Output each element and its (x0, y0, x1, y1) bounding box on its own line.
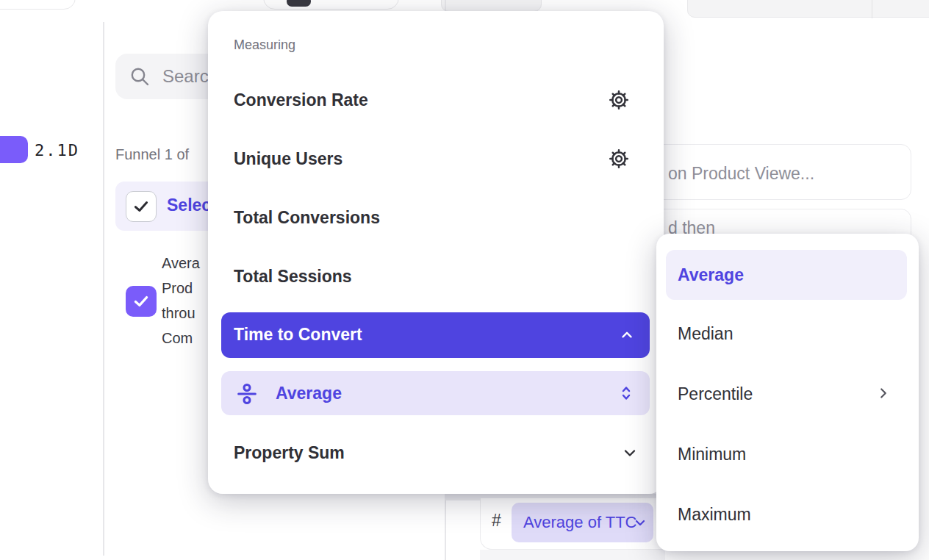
top-toolbar-fragment (263, 0, 399, 10)
numeric-type-symbol: # (492, 511, 501, 531)
top-tab-fragment (441, 0, 542, 12)
sort-chevrons-icon (617, 384, 635, 403)
toolbar-control-fragment (287, 0, 311, 7)
submenu-average-label: Average (678, 265, 744, 285)
submenu-item-percentile[interactable]: Percentile (678, 384, 753, 404)
tab-divider (872, 0, 872, 18)
top-right-tabs-fragment (687, 0, 929, 18)
menu-item-total-conversions[interactable]: Total Conversions (234, 207, 380, 228)
submenu-item-maximum[interactable]: Maximum (678, 504, 751, 525)
step-event-label: on Product Viewe... (668, 164, 814, 184)
checkmark-icon (132, 292, 151, 311)
menu-item-property-sum[interactable]: Property Sum (234, 442, 345, 463)
funnel-duration-bar (0, 136, 28, 163)
funnel-count-label: Funnel 1 of (115, 146, 189, 163)
metric-bar-footer-strip (480, 550, 665, 560)
app-canvas: 2.1D Funnel 1 of Selec Avera Prod throu … (0, 0, 929, 560)
measuring-dropdown: Measuring Conversion Rate Unique Users T… (208, 11, 664, 494)
submenu-item-minimum[interactable]: Minimum (678, 444, 746, 464)
average-aggregation-label: Average (276, 383, 342, 403)
selected-funnel-label: Selec (167, 195, 211, 215)
metric-description-line: Avera (162, 251, 200, 276)
aggregation-submenu: Average Median Percentile Minimum Maximu… (656, 234, 919, 551)
time-to-convert-label: Time to Convert (234, 325, 362, 345)
chevron-right-icon (875, 385, 892, 401)
metric-pill-button[interactable]: Average of TTC (512, 503, 653, 542)
submenu-item-average[interactable]: Average (666, 250, 907, 300)
search-icon (129, 65, 151, 87)
menu-item-unique-users[interactable]: Unique Users (234, 148, 342, 169)
menu-item-conversion-rate[interactable]: Conversion Rate (234, 90, 368, 110)
metric-pill-label: Average of TTC (523, 513, 636, 532)
metric-checkbox[interactable] (126, 286, 157, 317)
menu-item-average-aggregation[interactable]: Average (221, 371, 650, 415)
gear-icon[interactable] (607, 147, 631, 170)
menu-item-time-to-convert[interactable]: Time to Convert (221, 312, 650, 358)
metric-bar-card: # Average of TTC (480, 498, 665, 550)
chevron-down-icon[interactable] (621, 444, 639, 462)
step-duration-label: 2.1D (35, 141, 79, 159)
metric-description-line: Com (162, 326, 200, 351)
divide-icon (235, 382, 259, 406)
measuring-header: Measuring (234, 37, 295, 53)
panel-divider-left (103, 22, 104, 556)
top-left-panel-fragment (0, 0, 76, 10)
gear-icon[interactable] (607, 88, 631, 112)
menu-item-total-sessions[interactable]: Total Sessions (234, 266, 352, 287)
checkmark-icon (132, 197, 151, 216)
metric-description: Avera Prod throu Com (162, 251, 200, 351)
metric-description-line: Prod (162, 276, 200, 301)
metric-description-line: throu (162, 301, 200, 326)
submenu-item-median[interactable]: Median (678, 323, 733, 344)
chevron-up-icon (619, 327, 635, 343)
funnel-checkbox[interactable] (126, 191, 157, 222)
chevron-down-icon (633, 515, 648, 530)
